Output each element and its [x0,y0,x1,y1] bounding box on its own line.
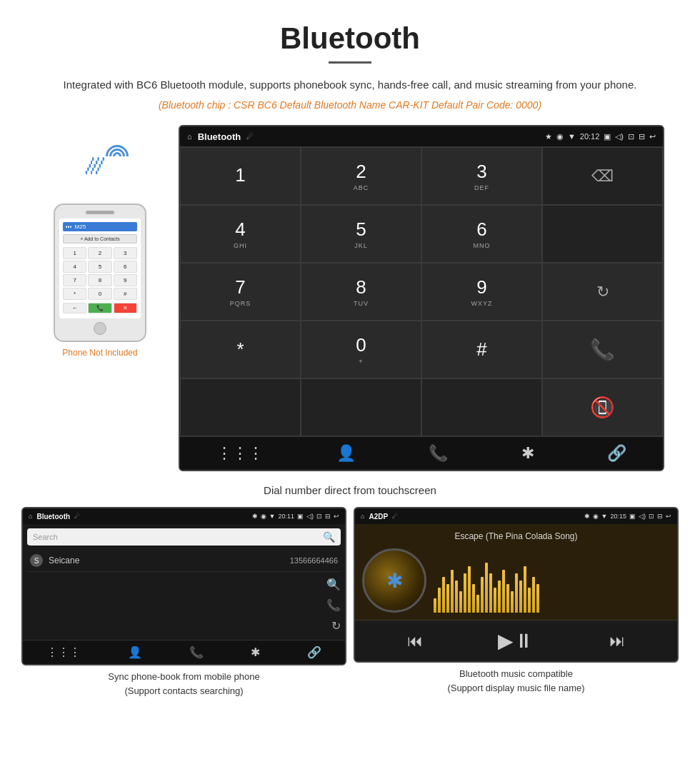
mini-key-9: 9 [114,274,137,286]
key-5[interactable]: 5JKL [301,205,421,263]
pb-app-name: Bluetooth [36,513,70,521]
viz-bar [455,581,458,613]
pb-nav-grid[interactable]: ⋮⋮⋮ [46,645,81,659]
key-0[interactable]: 0+ [301,321,421,378]
pb-right-search[interactable]: 🔍 [326,578,341,591]
key-7[interactable]: 7PQRS [180,263,301,321]
camera-icon[interactable]: ▣ [604,132,611,141]
pb-min[interactable]: ⊟ [325,513,331,520]
pb-vol[interactable]: ◁) [306,513,314,520]
pb-bottom-nav: ⋮⋮⋮ 👤 📞 ✱ 🔗 [23,640,345,664]
pb-right-phone[interactable]: 📞 [326,598,341,612]
phone-left-panel: ⫻ ▪▪▪ M25 + Add to Contacts 1 2 3 [36,125,164,358]
key-1[interactable]: 1 [180,147,301,205]
key-empty-1: ⌫ [542,147,663,205]
window-icon[interactable]: ⊡ [628,132,634,141]
nav-link-icon[interactable]: 🔗 [607,444,626,463]
mini-call-buttons: ← 📞 ✕ [63,303,137,313]
location-icon: ◉ [556,132,564,141]
viz-bar [434,598,436,613]
mus-win[interactable]: ⊡ [649,513,654,520]
mini-key-2: 2 [88,247,111,259]
music-container: ⌂ A2DP ☄ ✱ ◉ ▼ 20:15 ▣ ◁) ⊡ ⊟ ↩ Escape (… [354,507,679,698]
play-pause-icon[interactable]: ▶⏸ [498,629,534,653]
mus-vol[interactable]: ◁) [639,513,646,520]
mus-location: ◉ [593,513,599,520]
bottom-screens: ⌂ Bluetooth ☄ ✱ ◉ ▼ 20:11 ▣ ◁) ⊡ ⊟ ↩ [0,507,700,705]
next-track-icon[interactable]: ⏭ [609,632,625,650]
viz-bar [468,566,471,613]
viz-bar [464,573,466,613]
viz-bar [511,591,514,613]
pb-nav-phone[interactable]: 📞 [189,645,204,659]
mini-call-btn: 📞 [88,303,111,313]
mus-bt-icon: ✱ [584,513,590,520]
key-refresh[interactable]: ↻ [542,263,663,321]
pb-bt-icon: ✱ [252,513,258,520]
nav-phone-icon[interactable]: 📞 [429,444,448,463]
contact-avatar: S [30,554,43,567]
key-empty-5 [180,378,301,436]
minimize-icon[interactable]: ⊟ [639,132,645,141]
pb-nav-person[interactable]: 👤 [128,645,142,659]
key-call-red[interactable]: 📵 [542,378,663,436]
mini-key-star: * [63,288,86,300]
key-9[interactable]: 9WXYZ [421,263,542,321]
mus-home-icon[interactable]: ⌂ [361,513,364,520]
phone-home-button [94,322,106,335]
phonebook-screen: ⌂ Bluetooth ☄ ✱ ◉ ▼ 20:11 ▣ ◁) ⊡ ⊟ ↩ [21,507,346,665]
mini-key-0: 0 [88,288,111,300]
mus-back[interactable]: ↩ [666,513,671,520]
nav-bluetooth-icon[interactable]: ✱ [521,444,534,463]
key-4[interactable]: 4GHI [180,205,301,263]
mus-signal: ▼ [601,513,608,520]
music-content: Escape (The Pina Colada Song) ✱ [355,524,677,620]
home-icon[interactable]: ⌂ [187,132,192,141]
pb-usb-icon: ☄ [74,513,80,520]
key-empty-2 [542,205,663,263]
title-section: Bluetooth Integrated with BC6 Bluetooth … [0,0,700,118]
viz-bar [442,577,445,613]
key-2[interactable]: 2ABC [301,147,421,205]
volume-icon[interactable]: ◁) [615,132,624,141]
search-icon[interactable]: 🔍 [323,531,335,543]
nav-person-icon[interactable]: 👤 [336,444,356,463]
app-name: Bluetooth [198,131,241,142]
key-hash[interactable]: # [421,321,542,378]
viz-bar [532,577,535,613]
pb-win[interactable]: ⊡ [316,513,322,520]
nav-grid-icon[interactable]: ⋮⋮⋮ [216,444,264,463]
viz-bar [489,573,492,613]
contact-row[interactable]: S Seicane 13566664466 [27,550,341,572]
music-statusbar: ⌂ A2DP ☄ ✱ ◉ ▼ 20:15 ▣ ◁) ⊡ ⊟ ↩ [355,508,677,524]
phone-not-included-label: Phone Not Included [62,348,137,358]
key-8[interactable]: 8TUV [301,263,421,321]
album-art: ✱ [362,548,426,613]
mus-camera[interactable]: ▣ [629,513,636,520]
pb-right-refresh[interactable]: ↻ [331,619,341,633]
phone-mockup: ▪▪▪ M25 + Add to Contacts 1 2 3 4 5 6 7 … [54,203,146,342]
key-star[interactable]: * [180,321,301,378]
pb-back[interactable]: ↩ [334,513,339,520]
key-6[interactable]: 6MNO [421,205,542,263]
viz-bar [438,588,441,613]
title-divider [329,61,371,64]
pb-camera[interactable]: ▣ [297,513,304,520]
viz-bar [524,566,526,613]
pb-home-icon[interactable]: ⌂ [29,513,32,520]
search-bar[interactable]: Search [33,533,323,541]
prev-track-icon[interactable]: ⏮ [407,632,423,650]
pb-nav-bt[interactable]: ✱ [251,645,260,659]
key-3[interactable]: 3DEF [421,147,542,205]
dial-android-screen: ⌂ Bluetooth ☄ ★ ◉ ▼ 20:12 ▣ ◁) ⊡ ⊟ ↩ 1 [179,125,664,471]
music-caption: Bluetooth music compatible(Support displ… [447,667,584,695]
mini-key-4: 4 [63,261,86,273]
phonebook-container: ⌂ Bluetooth ☄ ✱ ◉ ▼ 20:11 ▣ ◁) ⊡ ⊟ ↩ [21,507,346,698]
back-icon[interactable]: ↩ [649,132,656,141]
pb-nav-link[interactable]: 🔗 [307,645,321,659]
music-screen: ⌂ A2DP ☄ ✱ ◉ ▼ 20:15 ▣ ◁) ⊡ ⊟ ↩ Escape (… [354,507,679,663]
bluetooth-signal-graphic: ⫻ [68,139,132,196]
key-call-green[interactable]: 📞 [542,321,663,378]
phonebook-caption: Sync phone-book from mobile phone(Suppor… [108,670,259,698]
mus-min[interactable]: ⊟ [657,513,663,520]
